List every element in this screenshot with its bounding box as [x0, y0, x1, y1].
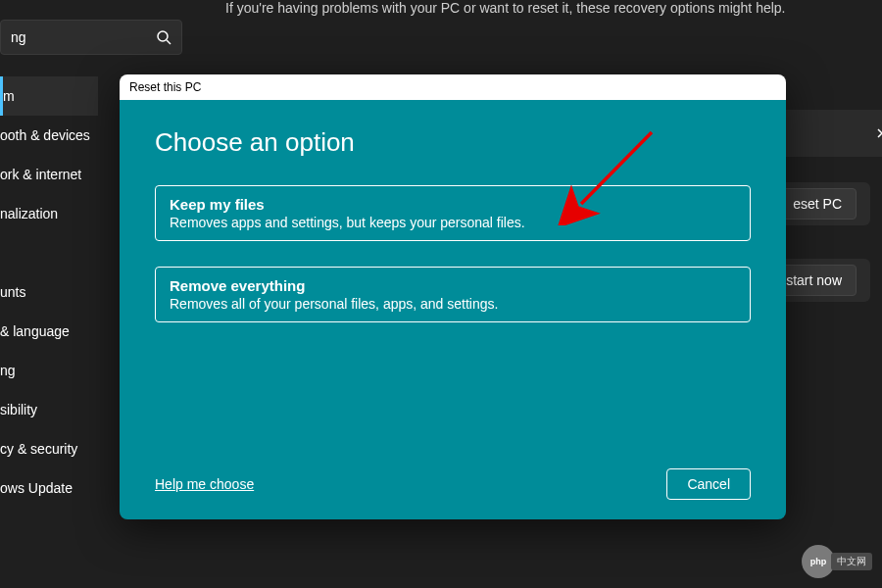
main-content: If you're having problems with your PC o… [196, 0, 882, 35]
sidebar-item-label: cy & security [0, 441, 77, 457]
sidebar-item-accounts[interactable]: unts [0, 272, 98, 312]
sidebar-item-label: unts [0, 284, 25, 300]
sidebar-item-label: m [3, 88, 15, 104]
sidebar-item-system[interactable]: m [0, 76, 98, 116]
reset-pc-dialog: Reset this PC Choose an option Keep my f… [120, 74, 786, 519]
search-icon [156, 29, 172, 45]
dialog-titlebar: Reset this PC [120, 74, 786, 100]
sidebar-item-network[interactable]: ork & internet [0, 155, 98, 194]
sidebar-item-label: sibility [0, 402, 37, 417]
dialog-body: Choose an option Keep my files Removes a… [120, 100, 786, 519]
chevron-right-icon [874, 127, 882, 139]
search-value: ng [11, 29, 156, 45]
option-keep-files[interactable]: Keep my files Removes apps and settings,… [155, 185, 751, 241]
restart-now-button-label: start now [786, 272, 842, 288]
help-me-choose-link[interactable]: Help me choose [155, 476, 254, 492]
dialog-title: Reset this PC [129, 80, 201, 94]
watermark-logo: php 中文网 [802, 545, 872, 578]
reset-pc-button-label: eset PC [793, 196, 842, 212]
dialog-footer: Help me choose Cancel [155, 468, 751, 500]
sidebar-item-windows-update[interactable]: ows Update [0, 468, 98, 508]
cancel-button-label: Cancel [687, 476, 730, 492]
watermark-label: 中文网 [831, 553, 872, 570]
cancel-button[interactable]: Cancel [666, 468, 751, 500]
svg-line-1 [167, 40, 171, 44]
sidebar-item-privacy[interactable]: cy & security [0, 429, 98, 468]
sidebar-item-accessibility[interactable]: sibility [0, 390, 98, 429]
sidebar-item-personalization[interactable]: nalization [0, 194, 98, 233]
dialog-heading: Choose an option [155, 127, 751, 158]
option-remove-everything-desc: Removes all of your personal files, apps… [170, 296, 736, 312]
sidebar-item-label: nalization [0, 206, 58, 221]
recovery-intro: If you're having problems with your PC o… [225, 0, 882, 16]
search-input[interactable]: ng [0, 20, 182, 55]
sidebar-item-label: ooth & devices [0, 127, 90, 143]
sidebar-nav: m ooth & devices ork & internet nalizati… [0, 76, 98, 508]
reset-pc-button[interactable]: eset PC [778, 188, 857, 220]
sidebar-item-apps[interactable] [0, 233, 98, 272]
option-remove-everything[interactable]: Remove everything Removes all of your pe… [155, 267, 751, 322]
sidebar-item-label: ows Update [0, 480, 73, 496]
sidebar-item-time-language[interactable]: & language [0, 312, 98, 351]
sidebar-item-gaming[interactable]: ng [0, 351, 98, 390]
sidebar-item-label: ng [0, 363, 16, 378]
svg-point-0 [158, 31, 168, 41]
sidebar-item-label: ork & internet [0, 167, 81, 182]
option-keep-files-title: Keep my files [170, 196, 736, 213]
sidebar-item-label: & language [0, 323, 70, 339]
watermark-badge: php [802, 545, 835, 578]
option-keep-files-desc: Removes apps and settings, but keeps you… [170, 215, 736, 230]
option-remove-everything-title: Remove everything [170, 277, 736, 294]
sidebar-item-bluetooth[interactable]: ooth & devices [0, 116, 98, 155]
